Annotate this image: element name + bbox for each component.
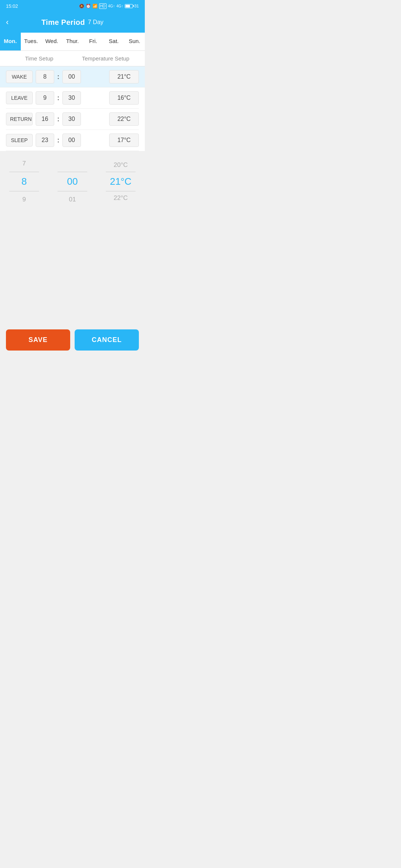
leave-temp[interactable]: 16°C — [109, 91, 139, 105]
schedule-row-sleep: SLEEP 23 : 00 17°C — [6, 130, 139, 151]
return-minute[interactable]: 30 — [62, 112, 81, 126]
page-subtitle: 7 Day — [88, 19, 104, 26]
return-hour[interactable]: 16 — [36, 112, 54, 126]
hour-prev[interactable]: 7 — [13, 157, 35, 170]
battery-icon — [125, 4, 133, 8]
section-headers: Time Setup Temperature Setup — [0, 51, 145, 66]
wake-label[interactable]: WAKE — [6, 70, 33, 83]
app-header: ‹ Time Period 7 Day — [0, 12, 145, 33]
temperature-setup-header: Temperature Setup — [72, 55, 139, 62]
temp-picker-col: 20°C 21°C 22°C — [97, 158, 145, 205]
tab-monday[interactable]: Mon. — [0, 33, 21, 50]
back-button[interactable]: ‹ — [6, 17, 9, 27]
signal2-icon: 4G↑ — [116, 4, 123, 8]
minute-prev[interactable]: -- — [61, 157, 84, 170]
return-temp[interactable]: 22°C — [109, 112, 139, 126]
time-setup-header: Time Setup — [6, 55, 72, 62]
page-title: Time Period — [41, 18, 85, 27]
tab-friday[interactable]: Fri. — [83, 33, 104, 50]
minute-picker-col: -- 00 01 — [48, 157, 97, 206]
alarm-off-icon: 🔕 — [79, 4, 84, 9]
wake-temp[interactable]: 21°C — [109, 70, 139, 83]
return-label[interactable]: RETURN — [6, 113, 33, 125]
temp-prev[interactable]: 20°C — [110, 158, 132, 172]
tab-tuesday[interactable]: Tues. — [21, 33, 42, 50]
tab-saturday[interactable]: Sat. — [104, 33, 124, 50]
wifi-icon: 📶 — [92, 4, 98, 9]
tab-sunday[interactable]: Sun. — [124, 33, 145, 50]
picker-area: 7 8 9 -- 00 01 20°C 21°C 22°C — [0, 151, 145, 212]
wake-hour[interactable]: 8 — [36, 70, 54, 83]
return-colon: : — [57, 115, 59, 123]
tab-wednesday[interactable]: Wed. — [41, 33, 62, 50]
alarm-icon: ⏰ — [86, 4, 91, 9]
status-bar: 15:02 🔕 ⏰ 📶 HD 4G↑ 4G↑ 31 — [0, 0, 145, 12]
sleep-temp[interactable]: 17°C — [109, 134, 139, 147]
cancel-button[interactable]: CANCEL — [75, 329, 139, 351]
schedule-row-return: RETURN 16 : 30 22°C — [6, 109, 139, 130]
hour-current[interactable]: 8 — [9, 172, 39, 191]
leave-hour[interactable]: 9 — [36, 91, 54, 105]
minute-next[interactable]: 01 — [61, 193, 84, 206]
sleep-colon: : — [57, 137, 59, 144]
leave-minute[interactable]: 30 — [62, 91, 81, 105]
time-picker: 7 8 9 -- 00 01 — [0, 157, 97, 206]
temp-next[interactable]: 22°C — [110, 191, 132, 205]
schedule-section: WAKE 8 : 00 21°C LEAVE 9 : 30 16°C RETUR… — [0, 66, 145, 151]
sleep-minute[interactable]: 00 — [62, 134, 81, 147]
status-icons: 🔕 ⏰ 📶 HD 4G↑ 4G↑ 31 — [79, 3, 139, 9]
hour-picker-col: 7 8 9 — [0, 157, 48, 206]
sleep-label[interactable]: SLEEP — [6, 134, 33, 147]
status-time: 15:02 — [6, 3, 18, 9]
hour-next[interactable]: 9 — [13, 193, 35, 206]
schedule-row-wake: WAKE 8 : 00 21°C — [0, 66, 145, 88]
temp-current[interactable]: 21°C — [106, 172, 136, 191]
wake-colon: : — [57, 73, 59, 81]
tab-thursday[interactable]: Thur. — [62, 33, 83, 50]
wake-minute[interactable]: 00 — [62, 70, 81, 83]
day-tabs: Mon. Tues. Wed. Thur. Fri. Sat. Sun. — [0, 33, 145, 51]
leave-label[interactable]: LEAVE — [6, 92, 33, 104]
save-button[interactable]: SAVE — [6, 329, 70, 351]
hd-icon: HD — [99, 3, 107, 9]
leave-colon: : — [57, 94, 59, 102]
footer-buttons: SAVE CANCEL — [0, 323, 145, 356]
signal-icon: 4G↑ — [108, 4, 115, 8]
minute-current[interactable]: 00 — [58, 172, 87, 191]
schedule-row-leave: LEAVE 9 : 30 16°C — [6, 88, 139, 109]
sleep-hour[interactable]: 23 — [36, 134, 54, 147]
battery-level: 31 — [134, 4, 139, 8]
empty-space — [0, 212, 145, 323]
